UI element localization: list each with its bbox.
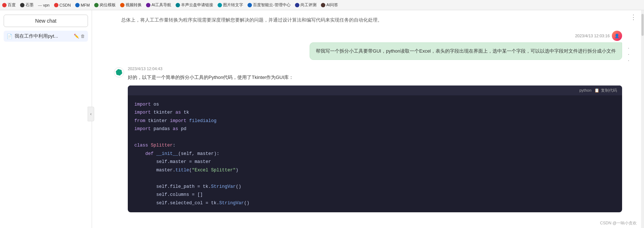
ai-qa-icon — [321, 3, 325, 7]
system-message: 总体上，将人工工作量转换为程序实现需要深度理解您要解决的问题，并通过设计算法和编… — [114, 16, 622, 24]
code-line: def __init__(self, master): — [134, 150, 616, 158]
ai-logo — [114, 67, 124, 77]
code-line: import os — [134, 100, 616, 109]
code-line: import pandas as pd — [134, 125, 616, 133]
user-message-text: 帮我写一个拆分小工具要带GUI，python读取一个Excel，表头的字段出现在… — [316, 48, 616, 54]
chat-history-icon: 📄 — [7, 34, 12, 39]
chat-history-actions: ✏️ 🗑 — [74, 34, 85, 39]
user-message-meta: 2023/4/13 12:03:16 👤 — [575, 31, 622, 41]
user-avatar: 👤 — [612, 31, 622, 41]
footer-credit: CSDN @一响小贪欢 — [600, 220, 637, 226]
topbar-item-baidu-cloud[interactable]: 百度智能云-管理中心 — [248, 2, 291, 8]
code-line: self.selected_col = tk.StringVar() — [134, 199, 616, 208]
system-text: 总体上，将人工工作量转换为程序实现需要深度理解您要解决的问题，并通过设计算法和编… — [121, 17, 382, 23]
code-header: python 📋 复制代码 — [128, 86, 622, 95]
topbar-item-vpn[interactable]: — vpn — [38, 3, 50, 7]
code-line: master.title("Excel Splitter") — [134, 166, 616, 175]
gangwei-icon — [94, 3, 99, 7]
copy-code-button[interactable]: 📋 复制代码 — [594, 88, 617, 93]
new-chat-button[interactable]: New chat — [4, 15, 88, 27]
sidebar-collapse-button[interactable]: ‹ — [88, 107, 94, 121]
code-line: self.master = master — [134, 158, 616, 166]
code-line-blank — [134, 174, 616, 183]
topbar: 百度 石墨 — vpn CSDN MFM 岗位模板 视频转换 AI工具导航 丰声… — [0, 0, 644, 10]
topbar-item-csdn[interactable]: CSDN — [54, 3, 71, 7]
ai-intro-text: 好的，以下是一个简单的拆分小工具的Python代码，使用了Tkinter作为GU… — [128, 73, 622, 81]
imgtext-icon — [218, 3, 222, 7]
code-line: self.columns = [] — [134, 191, 616, 199]
scrollbar-thumb[interactable] — [641, 14, 644, 36]
ai-message-row: 2023/4/13 12:04:43 好的，以下是一个简单的拆分小工具的Pyth… — [114, 66, 622, 212]
user-bubble: 帮我写一个拆分小工具要带GUI，python读取一个Excel，表头的字段出现在… — [310, 42, 622, 60]
topbar-item-imgtext[interactable]: 图片转文字 — [218, 2, 243, 8]
topbar-item-video[interactable]: 视频转换 — [120, 2, 142, 8]
ai-timestamp: 2023/4/13 12:04:43 — [128, 66, 162, 71]
user-message-options[interactable]: ··· — [628, 45, 629, 64]
code-line-blank — [134, 133, 616, 142]
code-lang-label: python — [579, 88, 591, 92]
code-line: import tkinter as tk — [134, 109, 616, 117]
main-layout: New chat 📄 我在工作中利用pyt... ✏️ 🗑 ‹ ⋮ 总体上，将人… — [0, 10, 644, 228]
topbar-item-ai-nav[interactable]: AI工具导航 — [146, 2, 171, 8]
baidu-icon — [2, 3, 7, 7]
ai-message-content: 2023/4/13 12:04:43 好的，以下是一个简单的拆分小工具的Pyth… — [128, 66, 622, 212]
topbar-item-shimo[interactable]: 石墨 — [20, 2, 34, 8]
topbar-item-mfm[interactable]: MFM — [75, 3, 90, 7]
chat-messages[interactable]: 总体上，将人工工作量转换为程序实现需要深度理解您要解决的问题，并通过设计算法和编… — [92, 10, 644, 228]
user-message-wrapper: 2023/4/13 12:03:16 👤 帮我写一个拆分小工具要带GUI，pyt… — [310, 31, 622, 60]
code-block: python 📋 复制代码 import os import tkinter a… — [128, 86, 622, 213]
more-menu-button[interactable]: ⋮ — [630, 13, 637, 21]
edit-icon[interactable]: ✏️ — [74, 34, 79, 39]
chat-history-item[interactable]: 📄 我在工作中利用pyt... ✏️ 🗑 — [4, 31, 88, 42]
delete-icon[interactable]: 🗑 — [81, 34, 85, 39]
video-icon — [120, 3, 124, 7]
topbar-item-baidu[interactable]: 百度 — [2, 2, 16, 8]
chat-area: ⋮ 总体上，将人工工作量转换为程序实现需要深度理解您要解决的问题，并通过设计算法… — [92, 10, 644, 228]
shimo-icon — [20, 3, 24, 7]
baidu-cloud-icon — [248, 3, 252, 7]
user-message-row: 2023/4/13 12:03:16 👤 帮我写一个拆分小工具要带GUI，pyt… — [114, 31, 622, 60]
topbar-item-fengsheng[interactable]: 丰声云盘申请链接 — [176, 2, 213, 8]
mfm-icon — [75, 3, 80, 7]
shanggong-icon — [295, 3, 299, 7]
csdn-icon — [54, 3, 58, 7]
chat-history-label: 我在工作中利用pyt... — [15, 33, 72, 39]
ai-message-meta: 2023/4/13 12:04:43 — [128, 66, 622, 71]
user-timestamp: 2023/4/13 12:03:16 — [575, 34, 610, 38]
code-line: from tkinter import filedialog — [134, 117, 616, 125]
topbar-item-gangwei[interactable]: 岗位模板 — [94, 2, 116, 8]
chat-scrollbar[interactable] — [641, 10, 644, 228]
ai-nav-icon — [146, 3, 150, 7]
topbar-item-ai-qa[interactable]: AI问答 — [321, 2, 338, 8]
code-body: import os import tkinter as tk from tkin… — [128, 95, 622, 213]
sidebar: New chat 📄 我在工作中利用pyt... ✏️ 🗑 — [0, 10, 92, 228]
fengsheng-icon — [176, 3, 180, 7]
topbar-item-shanggong[interactable]: 尚工评测 — [295, 2, 317, 8]
code-line: self.file_path = tk.StringVar() — [134, 183, 616, 191]
code-line: class Splitter: — [134, 141, 616, 150]
